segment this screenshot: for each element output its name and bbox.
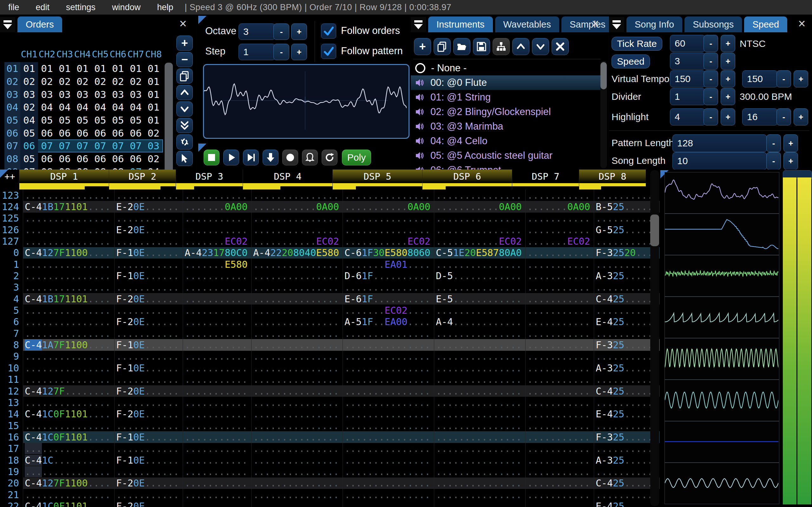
pattern-cell[interactable]: ...............	[343, 282, 434, 293]
tab-orders[interactable]: Orders	[17, 16, 62, 32]
pattern-cell[interactable]: ...............	[251, 328, 343, 339]
pattern-cell[interactable]: ...........	[525, 362, 594, 374]
pattern-cell[interactable]: ...............	[434, 224, 525, 235]
order-cell[interactable]: 01	[20, 62, 38, 75]
instrument-item[interactable]: 00: @0 Flute	[411, 75, 601, 90]
order-cell[interactable]: 01	[145, 114, 162, 127]
pattern-cell[interactable]: ...............	[434, 454, 525, 466]
pattern-cell[interactable]: ...............	[251, 270, 343, 281]
order-cell[interactable]: 02	[38, 75, 56, 88]
pattern-cell[interactable]: ...............	[251, 374, 343, 385]
order-cell[interactable]: 02	[127, 75, 145, 88]
orders-scrollbar[interactable]	[165, 62, 173, 179]
pattern-cell[interactable]: ...........	[183, 397, 251, 408]
pattern-cell[interactable]: C-41C0F1101....	[23, 408, 114, 420]
pattern-cell[interactable]: F-20E......	[114, 477, 183, 489]
pattern-cell[interactable]: ...............	[343, 189, 434, 201]
pattern-cell[interactable]: ...........	[183, 304, 251, 316]
pattern-cell[interactable]: ...........	[114, 235, 183, 247]
virtual-tempo-num-plus-button[interactable]: +	[721, 70, 735, 88]
pattern-cell[interactable]: ...........	[594, 235, 660, 247]
pattern-cell[interactable]: ...........	[594, 443, 660, 454]
tab-instruments[interactable]: Instruments	[428, 16, 493, 32]
order-cell[interactable]: 04	[127, 101, 145, 114]
speed-value[interactable]: 3	[670, 53, 705, 70]
pattern-cell[interactable]: .......0A00	[183, 201, 251, 212]
pattern-cell[interactable]: D-61F..........	[343, 270, 434, 281]
pattern-cell[interactable]: ...............	[251, 420, 343, 431]
pattern-cell[interactable]: ...........	[525, 247, 594, 259]
speed-button[interactable]: Speed	[612, 55, 650, 68]
pattern-cell[interactable]: ...............	[343, 397, 434, 408]
pattern-cell[interactable]: ...............	[343, 431, 434, 443]
pattern-cell[interactable]: ...............	[434, 351, 525, 362]
song-length-plus-button[interactable]: +	[783, 152, 798, 170]
pattern-cell[interactable]: ...........	[525, 259, 594, 270]
order-cell[interactable]: 05	[38, 114, 56, 127]
pattern-cell[interactable]: ...............	[23, 374, 114, 385]
pattern-cell[interactable]: ...........	[183, 351, 251, 362]
virtual-tempo-num-minus-button[interactable]: -	[704, 70, 718, 88]
pattern-cell[interactable]: ...............	[251, 213, 343, 224]
octave-value[interactable]: 3	[239, 23, 275, 40]
pattern-cell[interactable]: ...............	[251, 293, 343, 304]
pattern-cell[interactable]: F-20E......	[114, 316, 183, 328]
channel-header-dsp-7[interactable]: DSP 7	[512, 170, 579, 183]
order-cell[interactable]: 07	[109, 139, 127, 153]
pattern-cell[interactable]: D-5............	[434, 270, 525, 281]
pattern-length-minus-button[interactable]: -	[766, 134, 781, 152]
pattern-cell[interactable]: ...........	[594, 304, 660, 316]
pattern-cell[interactable]: ...........	[183, 213, 251, 224]
pattern-cell[interactable]: ...........	[525, 316, 594, 328]
pattern-cell[interactable]: ...............	[23, 397, 114, 408]
pattern-cell[interactable]: ...........	[114, 351, 183, 362]
menu-help[interactable]: help	[149, 3, 182, 12]
order-cell[interactable]: 06	[109, 126, 127, 139]
pattern-cell[interactable]: ...............	[251, 466, 343, 477]
pattern-cell[interactable]: .......0A00	[525, 201, 594, 212]
pattern-cell[interactable]: ...........	[114, 282, 183, 293]
order-cell[interactable]: 04	[109, 101, 127, 114]
orders-remove-button[interactable]: −	[176, 52, 193, 67]
instrument-move-up-button[interactable]	[512, 38, 529, 55]
pattern-cell[interactable]: ...............	[343, 224, 434, 235]
pattern-cell[interactable]: ...........	[114, 397, 183, 408]
pattern-cell[interactable]: ...........	[525, 443, 594, 454]
order-row[interactable]: 030303030303030301	[4, 88, 163, 101]
order-cell[interactable]: 03	[56, 88, 73, 101]
order-cell[interactable]: 06	[56, 126, 73, 139]
pattern-cell[interactable]: F-10E......	[114, 431, 183, 443]
instrument-item[interactable]: 01: @1 String	[411, 90, 601, 105]
pattern-cell[interactable]: ...........	[594, 282, 660, 293]
pattern-cell[interactable]: ...............	[434, 408, 525, 420]
song-tab-list-icon[interactable]	[609, 17, 624, 32]
pattern-cell[interactable]: F-20E......	[114, 293, 183, 304]
step-plus-button[interactable]: +	[291, 44, 307, 60]
pattern-cell[interactable]: ...............	[251, 304, 343, 316]
instrument-add-button[interactable]: +	[414, 38, 431, 55]
divider-plus-button[interactable]: +	[721, 88, 735, 105]
divider-value[interactable]: 1	[670, 88, 705, 105]
pattern-cell[interactable]: ...............	[434, 420, 525, 431]
pattern-cell[interactable]: ...........	[183, 328, 251, 339]
pattern-cell[interactable]: .......EC02....	[343, 304, 434, 316]
pattern-cell[interactable]: ...............	[23, 466, 114, 477]
metronome-button[interactable]	[302, 150, 318, 165]
pattern-cell[interactable]: E-20E......	[114, 201, 183, 212]
pattern-cell[interactable]: ...........	[114, 189, 183, 201]
order-cell[interactable]: 04	[73, 101, 91, 114]
instruments-tab-list-icon[interactable]	[411, 17, 426, 32]
pattern-cell[interactable]: E-61F..........	[343, 293, 434, 304]
pattern-cell[interactable]: ...............	[343, 454, 434, 466]
instrument-folder-view-button[interactable]	[493, 38, 510, 55]
pattern-cell[interactable]: .......EC02	[525, 235, 594, 247]
pattern-cell[interactable]: C-41A7F1100....	[23, 339, 114, 350]
record-button[interactable]	[282, 150, 298, 165]
order-cell[interactable]: 07	[38, 139, 56, 153]
tab-samples[interactable]: Samples	[561, 16, 614, 32]
pattern-length-plus-button[interactable]: +	[783, 134, 798, 152]
order-cell[interactable]: 01	[109, 62, 127, 75]
pattern-cell[interactable]: C-41B171101....	[23, 293, 114, 304]
orders-unlink-button[interactable]	[176, 134, 193, 150]
order-row[interactable]: 050405050505050501	[4, 114, 163, 127]
